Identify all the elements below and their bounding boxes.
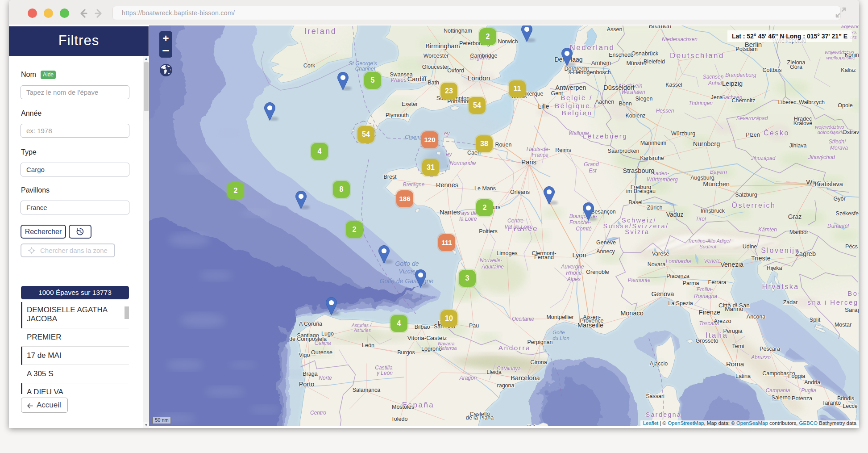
svg-text:4: 4 xyxy=(318,147,322,155)
svg-text:Niedersachsen: Niedersachsen xyxy=(662,36,698,42)
svg-text:Aragón: Aragón xyxy=(459,375,477,381)
svg-text:Česko: Česko xyxy=(764,129,789,137)
svg-text:Venezia: Venezia xyxy=(720,261,744,268)
svg-text:Chemnitz: Chemnitz xyxy=(732,97,756,104)
svg-text:Góra: Góra xyxy=(790,64,802,70)
svg-text:Wallonie: Wallonie xyxy=(569,130,589,136)
svg-text:Deutschland: Deutschland xyxy=(670,51,724,60)
svg-text:Porto: Porto xyxy=(299,381,315,388)
svg-text:vs.: vs. xyxy=(851,29,857,34)
svg-text:Rennes: Rennes xyxy=(436,181,458,189)
svg-text:A Coruña: A Coruña xyxy=(299,321,322,327)
svg-text:2: 2 xyxy=(483,204,487,211)
svg-text:Severozápad: Severozápad xyxy=(736,115,768,122)
svg-text:Andria: Andria xyxy=(804,379,820,386)
svg-text:Tirol: Tirol xyxy=(695,216,706,222)
svg-text:Hessen: Hessen xyxy=(656,108,674,114)
svg-text:Innsbruck: Innsbruck xyxy=(701,208,725,214)
svg-text:Burgos: Burgos xyxy=(397,349,415,356)
svg-text:Besançon: Besançon xyxy=(591,209,616,215)
svg-text:Centro: Centro xyxy=(310,410,326,416)
svg-text:Puglia: Puglia xyxy=(801,387,816,394)
svg-text:Est: Est xyxy=(589,168,597,174)
svg-text:Provence: Provence xyxy=(580,318,604,324)
svg-text:Ferrand: Ferrand xyxy=(534,254,554,260)
svg-text:Pescara: Pescara xyxy=(760,346,780,352)
svg-text:Vitoria-Gasteiz: Vitoria-Gasteiz xyxy=(407,335,447,341)
svg-text:11: 11 xyxy=(514,85,521,92)
svg-text:Montpellier: Montpellier xyxy=(546,314,573,320)
svg-text:Emilia-: Emilia- xyxy=(697,286,713,293)
svg-text:Hrvatska: Hrvatska xyxy=(762,283,799,290)
svg-text:Würzburg: Würzburg xyxy=(671,130,695,137)
svg-text:4: 4 xyxy=(397,319,401,327)
svg-text:Birmingham: Birmingham xyxy=(425,42,460,50)
svg-text:ey: ey xyxy=(444,130,450,137)
svg-text:Grosseto: Grosseto xyxy=(696,338,718,344)
svg-text:Latina: Latina xyxy=(735,373,751,379)
svg-text:Bath: Bath xyxy=(428,80,439,86)
svg-text:Marino: Marino xyxy=(725,306,743,312)
svg-text:Leipzig: Leipzig xyxy=(722,80,743,87)
svg-text:Salerno: Salerno xyxy=(771,394,790,401)
svg-text:Terni: Terni xyxy=(732,343,744,349)
svg-text:Lombardia: Lombardia xyxy=(666,258,691,264)
svg-text:Varese: Varese xyxy=(652,251,669,257)
svg-text:Parma: Parma xyxy=(683,280,699,286)
svg-text:Norwich: Norwich xyxy=(498,38,518,45)
svg-text:Nantes: Nantes xyxy=(440,209,460,216)
svg-text:België /: België / xyxy=(561,94,593,101)
svg-text:de Compostela: de Compostela xyxy=(289,336,327,342)
svg-text:Comté: Comté xyxy=(576,226,592,232)
svg-text:Düsseldorf: Düsseldorf xyxy=(603,84,635,91)
svg-text:Barcelona: Barcelona xyxy=(511,374,540,382)
svg-text:Golfe: Golfe xyxy=(552,330,565,335)
svg-text:Salamanca: Salamanca xyxy=(353,387,381,393)
svg-text:Piemonte: Piemonte xyxy=(628,277,651,283)
svg-text:Bilbao: Bilbao xyxy=(415,324,430,330)
svg-text:Lleida: Lleida xyxy=(486,369,501,375)
svg-text:Potenza: Potenza xyxy=(792,395,812,402)
svg-text:Kassel: Kassel xyxy=(665,82,682,88)
svg-text:Morava: Morava xyxy=(830,145,848,151)
svg-text:Potsdam: Potsdam xyxy=(735,46,757,52)
svg-text:London: London xyxy=(468,74,490,82)
svg-text:Nouvelle-: Nouvelle- xyxy=(480,257,503,264)
svg-text:Cottbus: Cottbus xyxy=(762,67,781,73)
svg-text:Sardegna: Sardegna xyxy=(646,411,682,418)
svg-text:Lecce: Lecce xyxy=(843,403,857,409)
svg-text:Logroño: Logroño xyxy=(421,346,442,352)
svg-text:Zadar: Zadar xyxy=(783,299,798,306)
svg-text:Oxford: Oxford xyxy=(447,67,464,74)
svg-text:Plymouth: Plymouth xyxy=(386,112,409,118)
svg-text:Exeter: Exeter xyxy=(402,101,418,107)
svg-text:Perpignan: Perpignan xyxy=(527,339,553,345)
svg-text:Dunántúl: Dunántúl xyxy=(827,223,849,229)
svg-text:Střední: Střední xyxy=(829,138,847,145)
svg-text:Palma: Palma xyxy=(527,424,543,426)
svg-text:Arnhem: Arnhem xyxy=(591,60,611,66)
svg-text:Aachen: Aachen xyxy=(595,99,614,105)
svg-text:Ajaccio: Ajaccio xyxy=(650,361,668,367)
svg-text:Limoges: Limoges xyxy=(496,250,517,256)
svg-text:Svizra: Svizra xyxy=(625,228,649,235)
svg-text:Golfe de Gascogne: Golfe de Gascogne xyxy=(380,277,434,285)
svg-text:Székesfehérvár: Székesfehérvár xyxy=(836,210,859,217)
svg-text:Kärnten: Kärnten xyxy=(758,226,777,233)
svg-text:Slovenija: Slovenija xyxy=(761,247,800,254)
svg-text:Mostar: Mostar xyxy=(835,322,851,328)
svg-text:10: 10 xyxy=(445,315,453,322)
svg-text:Novara: Novara xyxy=(648,261,665,268)
svg-text:5: 5 xyxy=(371,76,375,84)
svg-text:Südtirol: Südtirol xyxy=(699,244,716,249)
svg-text:Orléans: Orléans xyxy=(510,189,530,195)
svg-text:3: 3 xyxy=(465,274,469,282)
svg-text:Le Mans: Le Mans xyxy=(474,185,496,192)
svg-text:Jena: Jena xyxy=(710,94,723,101)
svg-text:Aquitaine: Aquitaine xyxy=(481,264,504,270)
svg-text:Ourense: Ourense xyxy=(311,349,332,356)
svg-text:Enschede: Enschede xyxy=(609,52,634,58)
svg-text:Österreich: Österreich xyxy=(732,201,776,209)
svg-text:Campania: Campania xyxy=(766,387,790,394)
svg-text:Basel: Basel xyxy=(628,199,642,206)
